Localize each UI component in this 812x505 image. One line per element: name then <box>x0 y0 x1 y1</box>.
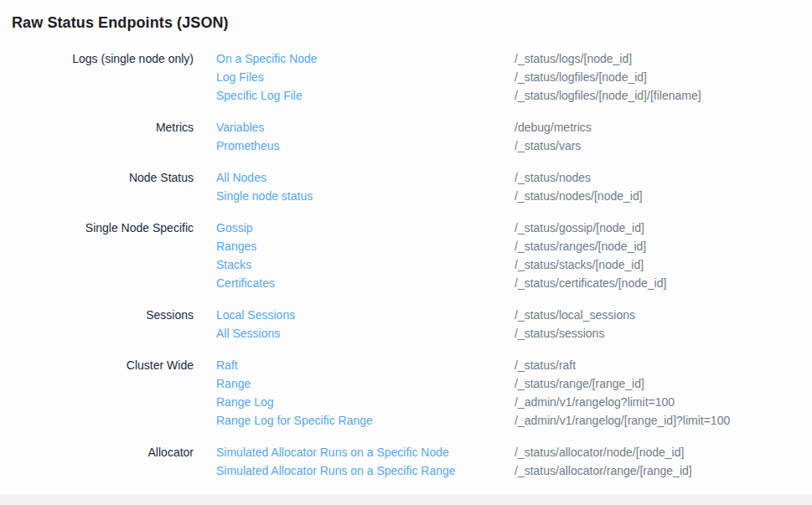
endpoint-link[interactable]: Ranges <box>216 237 515 255</box>
endpoint-row: Log Files /_status/logfiles/[node_id] <box>216 68 800 86</box>
endpoint-path: /_status/local_sessions <box>515 306 635 324</box>
endpoint-row: Range /_status/range/[range_id] <box>216 374 800 393</box>
endpoint-row: Gossip /_status/gossip/[node_id] <box>216 219 800 237</box>
endpoint-section: Sessions Local Sessions /_status/local_s… <box>12 306 800 343</box>
endpoint-link[interactable]: Raft <box>216 356 515 374</box>
section-rows: Gossip /_status/gossip/[node_id] Ranges … <box>216 219 800 292</box>
endpoint-section: Allocator Simulated Allocator Runs on a … <box>12 443 800 480</box>
endpoint-path: /_status/logfiles/[node_id]/[filename] <box>515 86 701 105</box>
endpoint-link[interactable]: Certificates <box>216 274 515 292</box>
endpoint-path: /_status/range/[range_id] <box>515 374 644 393</box>
section-category-label: Cluster Wide <box>12 356 216 430</box>
endpoint-section: Node Status All Nodes /_status/nodes Sin… <box>12 168 800 205</box>
section-category-label: Metrics <box>12 118 216 155</box>
endpoint-row: Single node status /_status/nodes/[node_… <box>216 187 800 205</box>
endpoint-path: /_status/allocator/range/[range_id] <box>515 461 692 480</box>
section-rows: On a Specific Node /_status/logs/[node_i… <box>216 49 800 105</box>
endpoint-link[interactable]: Range <box>216 374 515 393</box>
endpoint-path: /_status/logs/[node_id] <box>515 49 632 68</box>
endpoint-path: /_status/vars <box>515 137 581 155</box>
endpoint-path: /_status/nodes/[node_id] <box>515 187 643 205</box>
section-category-label: Single Node Specific <box>12 219 216 292</box>
endpoint-path: /_admin/v1/rangelog?limit=100 <box>515 393 675 411</box>
endpoint-section: Logs (single node only) On a Specific No… <box>12 49 800 105</box>
endpoint-link[interactable]: Local Sessions <box>216 306 515 324</box>
endpoint-path: /_status/nodes <box>515 168 591 187</box>
endpoint-path: /_status/allocator/node/[node_id] <box>515 443 684 461</box>
endpoint-link[interactable]: Variables <box>216 118 515 137</box>
sections-container: Logs (single node only) On a Specific No… <box>12 49 800 480</box>
endpoint-path: /_status/sessions <box>515 324 604 343</box>
endpoint-row: On a Specific Node /_status/logs/[node_i… <box>216 49 800 68</box>
section-rows: Raft /_status/raft Range /_status/range/… <box>216 356 800 430</box>
endpoint-section: Metrics Variables /debug/metrics Prometh… <box>12 118 800 155</box>
section-category-label: Sessions <box>12 306 216 343</box>
endpoint-link[interactable]: All Nodes <box>216 168 515 187</box>
endpoint-row: Certificates /_status/certificates/[node… <box>216 274 800 292</box>
footer-band <box>0 494 812 505</box>
endpoint-section: Single Node Specific Gossip /_status/gos… <box>12 219 800 292</box>
section-category-label: Allocator <box>12 443 216 480</box>
section-category-label: Node Status <box>12 168 216 205</box>
endpoint-section: Cluster Wide Raft /_status/raft Range /_… <box>12 356 800 430</box>
endpoint-link[interactable]: Stacks <box>216 255 515 274</box>
endpoint-path: /_status/logfiles/[node_id] <box>515 68 647 86</box>
section-rows: Simulated Allocator Runs on a Specific N… <box>216 443 800 480</box>
endpoint-row: Raft /_status/raft <box>216 356 800 374</box>
endpoint-path: /_status/stacks/[node_id] <box>515 255 644 274</box>
endpoint-link[interactable]: Specific Log File <box>216 86 515 105</box>
endpoint-path: /_status/gossip/[node_id] <box>515 219 644 237</box>
endpoint-row: Stacks /_status/stacks/[node_id] <box>216 255 800 274</box>
endpoint-link[interactable]: Single node status <box>216 187 515 205</box>
endpoint-path: /_status/certificates/[node_id] <box>515 274 666 292</box>
section-rows: Local Sessions /_status/local_sessions A… <box>216 306 800 343</box>
endpoint-link[interactable]: Gossip <box>216 219 515 237</box>
endpoint-row: Range Log for Specific Range /_admin/v1/… <box>216 411 800 430</box>
endpoint-link[interactable]: Simulated Allocator Runs on a Specific N… <box>216 443 515 461</box>
endpoint-row: All Sessions /_status/sessions <box>216 324 800 343</box>
endpoint-row: Simulated Allocator Runs on a Specific R… <box>216 461 800 480</box>
endpoint-row: Local Sessions /_status/local_sessions <box>216 306 800 324</box>
section-rows: Variables /debug/metrics Prometheus /_st… <box>216 118 800 155</box>
endpoint-path: /_admin/v1/rangelog/[range_id]?limit=100 <box>515 411 730 430</box>
endpoint-link[interactable]: Range Log <box>216 393 515 411</box>
endpoint-link[interactable]: Range Log for Specific Range <box>216 411 515 430</box>
endpoint-row: Simulated Allocator Runs on a Specific N… <box>216 443 800 461</box>
section-category-label: Logs (single node only) <box>12 49 216 105</box>
endpoint-row: All Nodes /_status/nodes <box>216 168 800 187</box>
endpoint-link[interactable]: Simulated Allocator Runs on a Specific R… <box>216 461 515 480</box>
endpoint-link[interactable]: Log Files <box>216 68 515 86</box>
section-rows: All Nodes /_status/nodes Single node sta… <box>216 168 800 205</box>
endpoint-row: Variables /debug/metrics <box>216 118 800 137</box>
page-title: Raw Status Endpoints (JSON) <box>12 13 800 32</box>
endpoint-link[interactable]: Prometheus <box>216 137 515 155</box>
endpoint-path: /_status/raft <box>515 356 576 374</box>
endpoint-row: Specific Log File /_status/logfiles/[nod… <box>216 86 800 105</box>
endpoint-row: Prometheus /_status/vars <box>216 137 800 155</box>
endpoint-path: /_status/ranges/[node_id] <box>515 237 646 255</box>
endpoint-row: Ranges /_status/ranges/[node_id] <box>216 237 800 255</box>
endpoint-link[interactable]: On a Specific Node <box>216 49 515 68</box>
endpoints-panel: Raw Status Endpoints (JSON) Logs (single… <box>0 0 812 480</box>
endpoint-path: /debug/metrics <box>515 118 592 137</box>
endpoint-row: Range Log /_admin/v1/rangelog?limit=100 <box>216 393 800 411</box>
endpoint-link[interactable]: All Sessions <box>216 324 515 343</box>
